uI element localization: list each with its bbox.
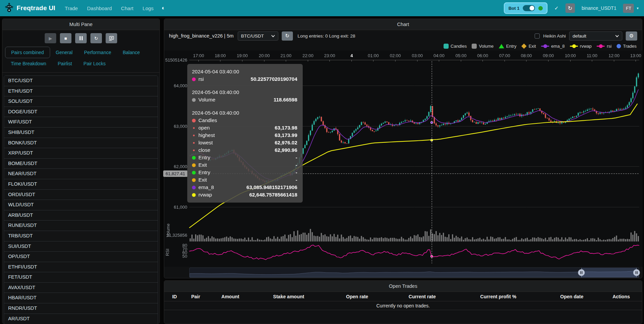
pair-item-btc[interactable]: BTC/USDT — [4, 76, 158, 86]
column-header-open-date[interactable]: Open date — [540, 294, 603, 299]
column-header-stake-amount[interactable]: Stake amount — [252, 294, 326, 299]
tab-pairs-combined[interactable]: Pairs combined — [5, 47, 50, 58]
connected-check-icon: ✓ — [554, 5, 559, 11]
pair-item-sol[interactable]: SOL/USDT — [4, 96, 158, 107]
tab-pair-locks[interactable]: Pair Locks — [78, 58, 111, 69]
pair-item-floki[interactable]: FLOKI/USDT — [4, 179, 158, 190]
tooltip-row: rvwap62,648.75785661418 — [192, 191, 297, 199]
column-header-current-profit--[interactable]: Current profit % — [456, 294, 541, 299]
column-header-actions[interactable]: Actions — [603, 294, 639, 299]
pair-item-doge[interactable]: DOGE/USDT — [4, 107, 158, 117]
pair-item-shib[interactable]: SHIB/USDT — [4, 128, 158, 138]
pair-item-avax[interactable]: AVAX/USDT — [4, 283, 158, 293]
pair-item-op[interactable]: OP/USDT — [4, 252, 158, 262]
datazoom-slider[interactable] — [189, 268, 639, 278]
tooltip-section: 2024-05-04 03:40:00rsi50.22577020190704 — [192, 68, 297, 83]
account-name: binance_USDT1 — [582, 5, 617, 11]
nav-item-logs[interactable]: Logs — [143, 5, 154, 11]
pair-item-arb[interactable]: ARB/USDT — [4, 210, 158, 221]
tooltip-row: Entry- — [192, 154, 297, 161]
pair-item-near[interactable]: NEAR/USDT — [4, 169, 158, 179]
stop-button[interactable]: ■ — [60, 33, 71, 43]
series-dot-icon — [193, 135, 195, 136]
chart-panel: Chart high_frog_binance_v226 | 5m BTC/US… — [164, 19, 642, 278]
pair-item-hbar[interactable]: HBAR/USDT — [4, 293, 158, 303]
column-header-open-rate[interactable]: Open rate — [326, 294, 388, 299]
legend-rvwap[interactable]: rvwap — [570, 44, 592, 49]
navbar: Freqtrade UI TradeDashboardChartLogs ◐ B… — [0, 0, 644, 16]
pair-select[interactable]: BTC/USDT — [238, 31, 278, 41]
pair-list: BTC/USDTETH/USDTSOL/USDTDOGE/USDTWIF/USD… — [4, 75, 158, 324]
heikin-ashi-checkbox[interactable] — [535, 33, 540, 39]
tooltip-row: Exit- — [192, 176, 297, 184]
tooltip-series-value: 62,648.75785661418 — [249, 191, 297, 199]
datazoom-window[interactable] — [581, 268, 637, 277]
tooltip-series-label: Entry — [198, 169, 210, 176]
tooltip-row: ema_863,085.948152171906 — [192, 184, 297, 191]
series-dot-icon — [192, 119, 196, 122]
tooltip-series-value: 50.22577020190704 — [251, 75, 297, 83]
pair-item-ar[interactable]: AR/USDT — [4, 314, 158, 324]
legend-candles[interactable]: Candles — [444, 44, 467, 49]
legend-label: rsi — [607, 44, 611, 49]
datazoom-handle-left[interactable] — [578, 269, 585, 276]
tab-time-breakdown[interactable]: Time Breakdown — [5, 58, 52, 69]
pair-item-rune[interactable]: RUNE/USDT — [4, 221, 158, 231]
tooltip-series-value: 62,990.96 — [275, 146, 297, 154]
datazoom-handle-right[interactable] — [633, 269, 640, 276]
tooltip-series-label: rsi — [198, 75, 204, 83]
series-dot-icon — [192, 163, 196, 167]
tab-general[interactable]: General — [50, 47, 79, 58]
legend-entry[interactable]: Entry — [499, 44, 516, 49]
column-header-pair[interactable]: Pair — [182, 294, 209, 299]
theme-toggle-icon[interactable]: ◐ — [162, 5, 165, 11]
column-header-amount[interactable]: Amount — [209, 294, 252, 299]
pair-item-sui[interactable]: SUI/USDT — [4, 241, 158, 252]
pair-item-xrp[interactable]: XRP/USDT — [4, 148, 158, 159]
pause-button[interactable] — [75, 33, 87, 43]
legend-label: Exit — [529, 44, 536, 49]
user-menu-caret-icon[interactable]: ▾ — [637, 6, 639, 10]
plot-settings-button[interactable]: ⚙ — [626, 31, 637, 41]
chart-refresh-button[interactable]: ↻ — [282, 31, 293, 41]
column-header-current-rate[interactable]: Current rate — [388, 294, 456, 299]
multi-pane-panel: Multi Pane ▶■↻ Pairs combinedGeneralPerf… — [2, 19, 160, 324]
chart-toolbar-right: Heikin Ashi default ⚙ — [535, 31, 637, 41]
legend-volume[interactable]: Volume — [472, 44, 493, 49]
plot-config-select[interactable]: default — [569, 31, 622, 41]
reload-button[interactable]: ↻ — [90, 33, 102, 43]
pair-item-rndr[interactable]: RNDR/USDT — [4, 303, 158, 314]
pair-item-eth[interactable]: ETH/USDT — [4, 86, 158, 97]
tab-pairlist[interactable]: Pairlist — [52, 58, 78, 69]
app-root: Freqtrade UI TradeDashboardChartLogs ◐ B… — [0, 0, 644, 324]
pair-item-ethfi[interactable]: ETHFI/USDT — [4, 262, 158, 273]
legend-ema_8[interactable]: ema_8 — [541, 44, 565, 49]
tooltip-section: 2024-05-04 03:40:00Candlesopen63,173.98h… — [192, 109, 297, 199]
nav-item-trade[interactable]: Trade — [65, 5, 78, 11]
tab-performance[interactable]: Performance — [78, 47, 117, 58]
series-dot-icon — [193, 127, 195, 129]
brand[interactable]: Freqtrade UI — [5, 3, 55, 14]
reload-data-button[interactable]: ↻ — [565, 3, 575, 13]
pair-item-wif[interactable]: WIF/USDT — [4, 117, 158, 128]
nav-item-chart[interactable]: Chart — [121, 5, 133, 11]
nav-item-dashboard[interactable]: Dashboard — [87, 5, 112, 11]
pair-item-fet[interactable]: FET/USDT — [4, 272, 158, 283]
legend-exit[interactable]: Exit — [521, 44, 536, 49]
pair-item-ordi[interactable]: ORDI/USDT — [4, 190, 158, 200]
user-avatar[interactable]: FT — [623, 4, 634, 13]
pair-item-wld[interactable]: WLD/USDT — [4, 200, 158, 210]
tab-balance[interactable]: Balance — [117, 47, 146, 58]
bot-toggle[interactable] — [523, 5, 535, 11]
force-exit-button[interactable] — [106, 33, 117, 43]
pair-item-trb[interactable]: TRB/USDT — [4, 231, 158, 241]
legend-trades[interactable]: Trades — [617, 44, 637, 49]
pair-item-bonk[interactable]: BONK/USDT — [4, 138, 158, 148]
column-header-id[interactable]: ID — [167, 294, 182, 299]
pair-item-bome[interactable]: BOME/USDT — [4, 159, 158, 169]
play-button: ▶ — [45, 33, 56, 43]
tabs-row-2: Time BreakdownPairlistPair Locks — [5, 58, 157, 69]
legend-rsi[interactable]: rsi — [597, 44, 611, 49]
bot-selector[interactable]: Bot 1 — [504, 2, 548, 14]
tooltip-series-value: - — [296, 161, 297, 169]
